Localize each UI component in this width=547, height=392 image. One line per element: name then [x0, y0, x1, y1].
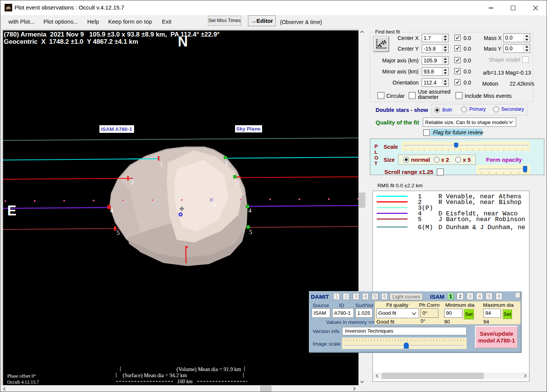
svg-text:4: 4 [110, 207, 113, 214]
svg-text:Occult 4.12.15.7: Occult 4.12.15.7 [7, 379, 39, 385]
svg-text:1: 1 [225, 160, 228, 167]
svg-text:E: E [7, 203, 16, 218]
svg-text:5: 5 [117, 229, 120, 236]
svg-text:3: 3 [213, 201, 216, 208]
svg-text:2: 2 [131, 179, 134, 185]
svg-text:(Surface) Mean dia = 94.2 km: (Surface) Mean dia = 94.2 km [123, 373, 187, 379]
svg-text:Geocentric X 1748.2 ±1.0 Y: Geocentric X 1748.2 ±1.0 Y 4867.2 ±4.1 k… [4, 38, 138, 45]
svg-text:2: 2 [237, 179, 240, 185]
svg-text:4: 4 [248, 207, 251, 214]
svg-text:ISAM A780-1: ISAM A780-1 [101, 126, 132, 132]
svg-text:N: N [178, 34, 188, 49]
svg-text:(Volume) Mean dia = 91.9 km: (Volume) Mean dia = 91.9 km [176, 367, 241, 373]
svg-text:5: 5 [249, 229, 252, 235]
svg-text:Sky Plane: Sky Plane [236, 126, 261, 132]
svg-text:1: 1 [160, 161, 163, 167]
svg-text:100 km: 100 km [177, 379, 193, 384]
svg-text:Phase offset 0°: Phase offset 0° [7, 373, 36, 379]
